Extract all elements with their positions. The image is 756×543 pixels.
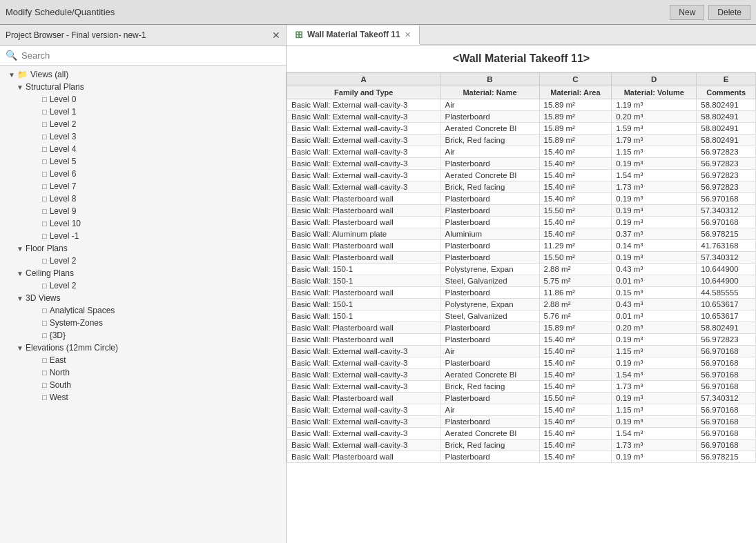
table-cell-r11-c1: Aluminium	[440, 228, 539, 240]
tree-item-label: Floor Plans	[26, 244, 68, 253]
table-row: Basic Wall: External wall-cavity-3Air15.…	[287, 346, 756, 357]
new-button[interactable]: New	[670, 5, 704, 20]
table-cell-r10-c4: 56.970168	[697, 217, 756, 228]
table-cell-r24-c3: 1.73 m³	[612, 381, 697, 393]
table-cell-r2-c1: Aerated Concrete Bl	[440, 123, 539, 135]
tree-item-3d-views[interactable]: ▼3D Views	[0, 292, 286, 304]
table-cell-r0-c4: 58.802491	[697, 99, 756, 111]
table-row: Basic Wall: External wall-cavity-3Air15.…	[287, 404, 756, 416]
table-cell-r21-c3: 1.15 m³	[612, 346, 697, 357]
tree-item-level-0[interactable]: □Level 0	[0, 93, 286, 106]
tree-item-3d[interactable]: □{3D}	[0, 329, 286, 342]
tab-close-button[interactable]: ✕	[405, 30, 411, 39]
tree-item-floor-plans[interactable]: ▼Floor Plans	[0, 242, 286, 255]
tree-item-level-9[interactable]: □Level 9	[0, 205, 286, 217]
tree-item-level-4[interactable]: □Level 4	[0, 143, 286, 155]
tree-item-level-7[interactable]: □Level 7	[0, 180, 286, 192]
view-icon: □	[42, 145, 47, 153]
col-letter-a: A	[287, 73, 440, 86]
table-cell-r1-c1: Plasterboard	[440, 111, 539, 123]
table-cell-r22-c1: Plasterboard	[440, 357, 539, 369]
table-cell-r9-c1: Plasterboard	[440, 205, 539, 217]
col-letter-c: C	[539, 73, 612, 86]
main-area: Project Browser - Final version- new-1 ✕…	[0, 25, 756, 543]
table-cell-r21-c0: Basic Wall: External wall-cavity-3	[287, 346, 440, 357]
tree-item-structural-plans[interactable]: ▼Structural Plans	[0, 81, 286, 93]
table-cell-r25-c1: Plasterboard	[440, 393, 539, 404]
tree-item-label: Level -1	[50, 231, 79, 241]
table-cell-r18-c4: 10.653617	[697, 310, 756, 322]
table-cell-r2-c3: 1.59 m³	[612, 123, 697, 135]
table-cell-r23-c4: 56.970168	[697, 369, 756, 381]
table-cell-r16-c4: 44.585555	[697, 287, 756, 299]
table-cell-r20-c4: 56.972823	[697, 334, 756, 346]
tree-item-west[interactable]: □West	[0, 391, 286, 404]
table-cell-r26-c3: 1.15 m³	[612, 404, 697, 416]
table-cell-r26-c2: 15.40 m²	[539, 404, 612, 416]
table-cell-r23-c0: Basic Wall: External wall-cavity-3	[287, 369, 440, 381]
tree-item-label: Level 2	[50, 256, 77, 266]
tree-item-elevations[interactable]: ▼Elevations (12mm Circle)	[0, 342, 286, 354]
view-icon: □	[42, 282, 47, 290]
tree-item-label: West	[50, 393, 68, 402]
tree-item-level-5[interactable]: □Level 5	[0, 155, 286, 168]
tree-item-level-10[interactable]: □Level 10	[0, 217, 286, 230]
tree-item-ceiling-level-2[interactable]: □Level 2	[0, 279, 286, 292]
tree-item-level-8[interactable]: □Level 8	[0, 192, 286, 205]
tree-item-analytical-spaces[interactable]: □Analytical Spaces	[0, 304, 286, 317]
tree-item-label: Level 0	[50, 95, 77, 104]
table-cell-r7-c2: 15.40 m²	[539, 181, 612, 193]
view-icon: □	[42, 257, 47, 265]
table-cell-r27-c3: 0.19 m³	[612, 416, 697, 428]
tree-item-north[interactable]: □North	[0, 366, 286, 379]
tree-item-level-3[interactable]: □Level 3	[0, 130, 286, 143]
table-cell-r30-c2: 15.40 m²	[539, 451, 612, 463]
search-input[interactable]	[21, 50, 280, 61]
table-cell-r20-c3: 0.19 m³	[612, 334, 697, 346]
schedule-tab[interactable]: ⊞ Wall Material Takeoff 11 ✕	[287, 26, 420, 45]
tree-item-label: System-Zones	[50, 318, 103, 328]
table-cell-r23-c1: Aerated Concrete Bl	[440, 369, 539, 381]
table-row: Basic Wall: Plasterboard wallPlasterboar…	[287, 451, 756, 463]
table-cell-r20-c2: 15.40 m²	[539, 334, 612, 346]
table-cell-r28-c1: Aerated Concrete Bl	[440, 428, 539, 440]
tree-item-south[interactable]: □South	[0, 379, 286, 391]
schedule-table: ABCDE Family and TypeMaterial: NameMater…	[287, 72, 756, 463]
tree-item-level-1[interactable]: □Level 1	[0, 106, 286, 118]
delete-button[interactable]: Delete	[708, 5, 750, 20]
tree-item-floor-level-2[interactable]: □Level 2	[0, 255, 286, 267]
view-icon: □	[42, 232, 47, 240]
tree-item-label: Level 6	[50, 169, 77, 179]
view-icon: □	[42, 182, 47, 190]
tree-item-east[interactable]: □East	[0, 354, 286, 366]
tree-item-views-all[interactable]: ▼📁Views (all)	[0, 68, 286, 81]
panel-title: Project Browser - Final version- new-1	[6, 30, 146, 40]
panel-close-button[interactable]: ✕	[272, 30, 280, 41]
table-cell-r17-c0: Basic Wall: 150-1	[287, 299, 440, 310]
table-cell-r21-c2: 15.40 m²	[539, 346, 612, 357]
table-cell-r9-c3: 0.19 m³	[612, 205, 697, 217]
table-cell-r27-c4: 56.970168	[697, 416, 756, 428]
view-icon: □	[42, 195, 47, 203]
tree-item-level-6[interactable]: □Level 6	[0, 168, 286, 180]
view-icon: □	[42, 95, 47, 103]
table-cell-r21-c1: Air	[440, 346, 539, 357]
table-row: Basic Wall: External wall-cavity-3Aerate…	[287, 428, 756, 440]
table-row: Basic Wall: External wall-cavity-3Air15.…	[287, 146, 756, 158]
tree-item-level-2[interactable]: □Level 2	[0, 118, 286, 130]
table-cell-r4-c4: 56.972823	[697, 146, 756, 158]
tree-item-level-neg1[interactable]: □Level -1	[0, 230, 286, 242]
tree-item-system-zones[interactable]: □System-Zones	[0, 317, 286, 329]
table-cell-r6-c4: 56.972823	[697, 170, 756, 181]
collapse-arrow: ▼	[8, 71, 15, 79]
table-cell-r17-c4: 10.653617	[697, 299, 756, 310]
table-row: Basic Wall: External wall-cavity-3Aerate…	[287, 170, 756, 181]
tree-item-ceiling-plans[interactable]: ▼Ceiling Plans	[0, 267, 286, 279]
tree-item-label: Ceiling Plans	[26, 268, 74, 278]
table-cell-r3-c4: 58.802491	[697, 135, 756, 146]
tree-item-label: Structural Plans	[26, 82, 84, 92]
table-row: Basic Wall: 150-1Steel, Galvanized5.76 m…	[287, 310, 756, 322]
table-row: Basic Wall: Plasterboard wallPlasterboar…	[287, 240, 756, 252]
table-cell-r6-c3: 1.54 m³	[612, 170, 697, 181]
table-cell-r14-c0: Basic Wall: 150-1	[287, 264, 440, 275]
